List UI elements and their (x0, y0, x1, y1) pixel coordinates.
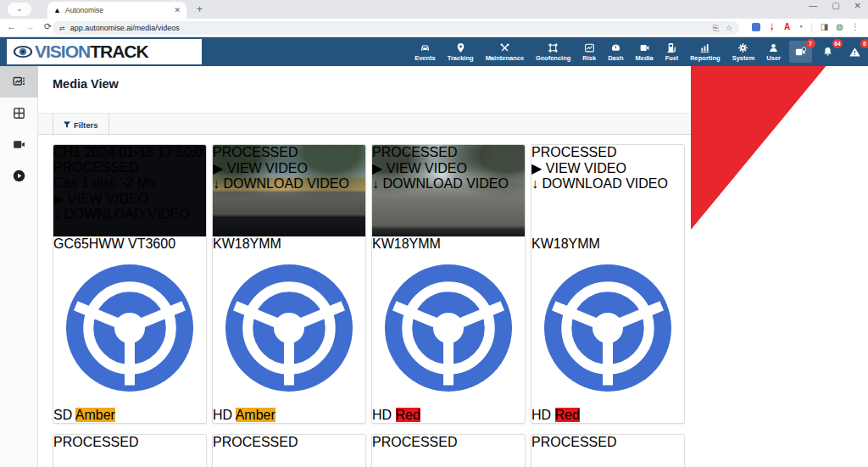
adobe-extension-icon[interactable]: A (784, 22, 790, 31)
download-video-button[interactable]: ↓ DOWNLOAD VIDEO (213, 176, 365, 192)
media-thumbnail[interactable]: PROCESSED ▶ VIEW VIDEO ↓ DOWNLOAD VIDEO (213, 145, 365, 236)
nav-item-events[interactable]: Events (409, 37, 442, 66)
address-bar[interactable]: ⇄ app.autonomise.ai/media/videos ⎘ ☆ (53, 21, 739, 35)
view-video-button[interactable]: ▶ VIEW VIDEO (372, 160, 525, 176)
reload-icon[interactable]: ⟳ (44, 21, 52, 32)
media-card-partial: PROCESSED (212, 434, 366, 467)
nav-item-fuel[interactable]: Fuel (659, 37, 684, 66)
browser-tab[interactable]: ▲ Autonomise ✕ (47, 2, 186, 19)
media-card-partial: PROCESSED (371, 434, 526, 467)
download-video-button[interactable]: ↓ DOWNLOAD VIDEO (531, 176, 684, 192)
user-icon (768, 42, 779, 53)
alerts-button[interactable]: 0 (843, 41, 866, 63)
eye-icon (12, 44, 34, 59)
download-icon: ↓ (213, 176, 220, 191)
play-icon: ▶ (53, 192, 64, 206)
browser-menu-icon[interactable]: ⋮ (851, 22, 860, 31)
side-panel-icon[interactable]: ◨ (821, 22, 828, 31)
profile-globe-icon[interactable]: ◍ (836, 22, 843, 31)
reporting-icon (699, 42, 710, 53)
extension-icon[interactable] (752, 23, 760, 31)
analytics-overlay: Cas 1 dist: -2 Ms: (53, 175, 206, 191)
media-icon (639, 42, 650, 53)
view-video-button[interactable]: ▶ VIEW VIDEO (531, 160, 684, 176)
download-extension-icon[interactable]: ⭳ (768, 22, 776, 31)
filter-funnel-icon (64, 121, 70, 129)
system-icon (737, 42, 748, 53)
download-icon: ↓ (372, 176, 379, 191)
nav-item-reporting[interactable]: Reporting (684, 37, 726, 66)
vehicle-plate: KW18YMM (213, 236, 281, 251)
media-thumbnail[interactable]: PROCESSED (531, 435, 684, 467)
nav-item-geofencing[interactable]: Geofencing (530, 37, 576, 66)
risk-icon (584, 42, 595, 53)
grid-icon (12, 106, 26, 120)
extensions-puzzle-icon[interactable]: ◔ (798, 22, 803, 31)
visiontrack-logo[interactable]: VISIONTRACK (7, 39, 202, 64)
url-text[interactable]: app.autonomise.ai/media/videos (70, 24, 708, 32)
sidebar-item-grid-view[interactable] (0, 97, 38, 129)
quality-badge: SD (53, 408, 72, 422)
media-card: PROCESSED ▶ VIEW VIDEO ↓ DOWNLOAD VIDEO … (371, 144, 526, 424)
nav-item-dash[interactable]: Dash (602, 37, 629, 66)
brand-track: TRACK (90, 42, 148, 62)
forward-icon[interactable]: → (25, 21, 35, 32)
nav-item-media[interactable]: Media (630, 37, 659, 66)
view-video-button[interactable]: ▶ VIEW VIDEO (213, 160, 365, 176)
media-thumbnail[interactable]: PROCESSED (372, 435, 525, 467)
minimize-icon[interactable]: — (809, 1, 817, 10)
nav-item-risk[interactable]: Risk (576, 37, 602, 66)
severity-badge: Amber (75, 408, 115, 422)
processed-badge: PROCESSED (53, 160, 206, 175)
media-card: PROCESSED ▶ VIEW VIDEO ↓ DOWNLOAD VIDEO … (531, 144, 685, 424)
page-title: Media View (53, 77, 119, 91)
media-thumbnail[interactable]: PROCESSED (53, 435, 206, 467)
sidebar-item-media-gallery[interactable] (0, 66, 38, 97)
bookmark-star-icon[interactable]: ☆ (726, 24, 732, 33)
restore-icon[interactable]: ▢ (832, 1, 839, 10)
maintenance-icon (499, 42, 510, 53)
filters-button[interactable]: Filters (53, 114, 109, 136)
close-icon[interactable]: ✕ (854, 1, 861, 10)
media-card-partial: PROCESSED (53, 434, 207, 467)
nav-item-system[interactable]: System (726, 37, 761, 66)
media-thumbnail[interactable]: PROCESSED (213, 435, 365, 467)
download-icon: ↓ (53, 207, 60, 221)
nav-item-maintenance[interactable]: Maintenance (480, 37, 530, 66)
browser-tab-strip: ⌄ ▲ Autonomise ✕ + — ▢ ✕ (0, 0, 868, 19)
download-video-button[interactable]: ↓ DOWNLOAD VIDEO (53, 207, 206, 222)
send-to-device-icon[interactable]: ⎘ (713, 24, 719, 33)
card-fields: Event TypeBrake CategoryDriver Behaviour… (531, 423, 684, 424)
media-requests-count: 7 (806, 39, 815, 48)
sidebar-item-playback[interactable] (0, 160, 38, 192)
media-card: CH1 2024-01-18 17:50:0 PROCESSED Cas 1 d… (53, 144, 207, 424)
media-thumbnail[interactable]: CH1 2024-01-18 17:50:0 PROCESSED Cas 1 d… (53, 145, 206, 236)
play-circle-icon (12, 169, 26, 183)
notifications-count: 64 (832, 39, 842, 48)
card-fields: Event TypeTurn CategoryDriver Behaviour … (53, 423, 206, 424)
view-video-button[interactable]: ▶ VIEW VIDEO (53, 191, 206, 207)
play-icon: ▶ (531, 161, 542, 175)
browser-toolbar: ← → ⟳ ⇄ app.autonomise.ai/media/videos ⎘… (0, 19, 868, 37)
media-thumbnail[interactable]: PROCESSED ▶ VIEW VIDEO ↓ DOWNLOAD VIDEO (372, 145, 525, 236)
nav-item-tracking[interactable]: Tracking (442, 37, 480, 66)
sidebar-item-video[interactable] (0, 129, 38, 160)
nav-item-user[interactable]: User (760, 37, 787, 66)
media-thumbnail[interactable]: PROCESSED ▶ VIEW VIDEO ↓ DOWNLOAD VIDEO (531, 145, 684, 236)
filter-toolbar: Filters (38, 113, 691, 135)
tab-close-icon[interactable]: ✕ (174, 6, 181, 14)
card-fields: Event TypeTurn CategoryDriver Behaviour … (372, 423, 525, 424)
tab-search-button[interactable]: ⌄ (8, 3, 31, 16)
back-icon[interactable]: ← (7, 21, 16, 32)
steering-wheel-icon (372, 252, 525, 404)
bell-icon (821, 46, 834, 58)
new-tab-button[interactable]: + (197, 3, 203, 15)
notifications-button[interactable]: 64 (816, 41, 839, 63)
media-requests-button[interactable]: 7 (789, 41, 812, 63)
vehicle-plate: GC65HWW VT3600 (53, 236, 175, 251)
download-video-button[interactable]: ↓ DOWNLOAD VIDEO (372, 176, 525, 192)
channel-label: CH1 (53, 145, 81, 159)
steering-wheel-icon (213, 252, 365, 404)
video-camera-icon (12, 137, 26, 152)
site-settings-icon[interactable]: ⇄ (59, 25, 65, 32)
